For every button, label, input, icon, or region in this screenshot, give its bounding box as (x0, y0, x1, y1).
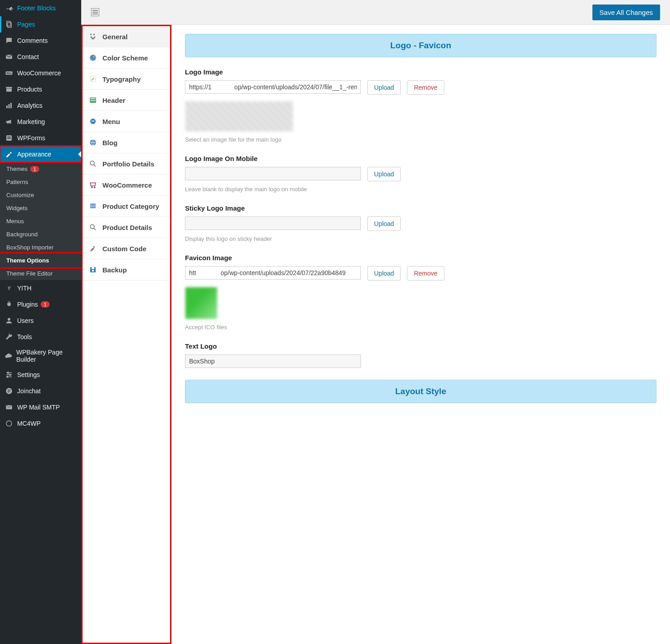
favicon-upload-button[interactable]: Upload (367, 266, 401, 281)
opt-tab-typography[interactable]: Typography (83, 69, 170, 90)
svg-rect-31 (92, 120, 94, 121)
submenu-label: Themes (6, 166, 28, 172)
opt-tab-blog[interactable]: Blog (83, 132, 170, 153)
sticky-logo-input[interactable] (185, 216, 361, 230)
sidebar-item-wp-mail-smtp[interactable]: WP Mail SMTP (0, 399, 81, 415)
pin-icon (5, 4, 14, 13)
sidebar-item-label: Analytics (17, 102, 42, 109)
appearance-sub-theme-options[interactable]: Theme Options (0, 254, 81, 267)
appearance-sub-widgets[interactable]: Widgets (0, 202, 81, 215)
opt-tab-general[interactable]: General (83, 26, 170, 47)
update-badge: 1 (30, 166, 39, 172)
logo-image-upload-button[interactable]: Upload (367, 80, 401, 95)
svg-rect-11 (7, 137, 11, 138)
opt-tab-backup[interactable]: Backup (83, 259, 170, 281)
list-icon (88, 201, 98, 211)
appearance-sub-themes[interactable]: Themes1 (0, 162, 81, 175)
opt-tab-portfolio-details[interactable]: Portfolio Details (83, 153, 170, 175)
sidebar-item-analytics[interactable]: Analytics (0, 97, 81, 114)
svg-rect-5 (6, 87, 12, 88)
favicon-label: Favicon Image (185, 254, 656, 262)
sidebar-item-footer-blocks[interactable]: Footer Blocks (0, 0, 81, 16)
sidebar-item-pages[interactable]: Pages (0, 16, 81, 32)
svg-rect-32 (92, 121, 94, 122)
svg-point-36 (90, 161, 94, 165)
opt-tab-label: Menu (102, 118, 120, 125)
opt-tab-color-scheme[interactable]: Color Scheme (83, 47, 170, 69)
opt-tab-product-details[interactable]: Product Details (83, 217, 170, 238)
wrench-icon (5, 332, 14, 341)
svg-point-38 (92, 187, 92, 188)
cart-icon (88, 180, 98, 190)
svg-rect-46 (92, 267, 94, 269)
collapse-panel-icon[interactable] (91, 8, 99, 16)
logo-image-input[interactable] (185, 80, 361, 94)
opt-tab-label: Blog (102, 139, 117, 147)
field-favicon: Favicon Image Upload Remove Accept ICO f… (185, 254, 656, 331)
opt-tab-woocommerce[interactable]: WooCommerce (83, 175, 170, 196)
sticky-logo-help: Display this logo on sticky header (185, 235, 365, 242)
submenu-label: Theme Options (6, 257, 49, 264)
appearance-sub-customize[interactable]: Customize (0, 189, 81, 202)
favicon-input[interactable] (185, 266, 361, 280)
favicon-preview (185, 287, 217, 319)
opt-tab-label: Portfolio Details (102, 160, 154, 168)
sidebar-item-tools[interactable]: Tools (0, 329, 81, 345)
appearance-sub-patterns[interactable]: Patterns (0, 175, 81, 189)
sticky-logo-upload-button[interactable]: Upload (367, 216, 401, 231)
text-logo-input[interactable] (185, 354, 361, 368)
opt-tab-menu[interactable]: Menu (83, 111, 170, 132)
logo-mobile-upload-button[interactable]: Upload (367, 167, 401, 181)
favicon-remove-button[interactable]: Remove (407, 266, 444, 281)
tools-icon (88, 32, 98, 41)
sliders-icon (5, 370, 14, 379)
sidebar-item-settings[interactable]: Settings (0, 367, 81, 383)
svg-rect-28 (90, 100, 96, 101)
logo-image-preview (185, 101, 293, 132)
rows-icon (88, 95, 98, 105)
comment-icon (5, 36, 14, 45)
appearance-sub-menus[interactable]: Menus (0, 215, 81, 228)
sidebar-item-label: Joinchat (17, 387, 41, 395)
save-all-button[interactable]: Save All Changes (592, 5, 660, 20)
opt-tab-label: Product Category (102, 202, 159, 210)
sidebar-item-wpforms[interactable]: WPForms (0, 130, 81, 146)
main-area: Save All Changes GeneralColor SchemeTypo… (81, 0, 670, 644)
field-logo-mobile: Logo Image On Mobile Upload Leave blank … (185, 155, 656, 193)
sidebar-item-appearance[interactable]: Appearance (0, 146, 81, 162)
logo-mobile-input[interactable] (185, 167, 361, 180)
sidebar-item-mc4wp[interactable]: MC4WP (0, 415, 81, 432)
sidebar-item-products[interactable]: Products (0, 81, 81, 97)
opt-tab-label: WooCommerce (102, 181, 152, 189)
opt-tab-label: Typography (102, 75, 141, 83)
appearance-sub-boxshop-importer[interactable]: BoxShop Importer (0, 241, 81, 254)
sidebar-item-marketing[interactable]: Marketing (0, 114, 81, 130)
svg-rect-42 (90, 207, 96, 208)
sidebar-item-contact[interactable]: Contact (0, 49, 81, 65)
appearance-sub-theme-file-editor[interactable]: Theme File Editor (0, 267, 81, 280)
sidebar-item-woocommerce[interactable]: WooWooCommerce (0, 65, 81, 81)
opt-tab-header[interactable]: Header (83, 90, 170, 111)
sidebar-item-joinchat[interactable]: Joinchat (0, 383, 81, 399)
sidebar-item-yith[interactable]: YYITH (0, 280, 81, 296)
field-text-logo: Text Logo (185, 342, 656, 368)
sidebar-item-users[interactable]: Users (0, 313, 81, 329)
submenu-label: Widgets (6, 205, 28, 212)
logo-image-remove-button[interactable]: Remove (407, 80, 444, 95)
opt-tab-label: General (102, 33, 128, 41)
svg-rect-0 (7, 21, 10, 26)
sidebar-item-wpbakery-page-builder[interactable]: WPBakery Page Builder (0, 345, 81, 367)
section-logo-favicon: Logo - Favicon (185, 34, 656, 57)
sidebar-item-label: Marketing (17, 118, 45, 125)
svg-line-44 (94, 228, 96, 230)
appearance-sub-background[interactable]: Background (0, 228, 81, 241)
text-logo-label: Text Logo (185, 342, 656, 350)
sidebar-item-plugins[interactable]: Plugins1 (0, 296, 81, 313)
sidebar-item-comments[interactable]: Comments (0, 32, 81, 49)
svg-point-14 (8, 318, 10, 321)
opt-tab-product-category[interactable]: Product Category (83, 196, 170, 217)
chat-icon (5, 386, 14, 396)
sidebar-item-label: Footer Blocks (17, 5, 56, 12)
opt-tab-custom-code[interactable]: Custom Code (83, 238, 170, 259)
opt-tab-label: Color Scheme (102, 54, 148, 62)
